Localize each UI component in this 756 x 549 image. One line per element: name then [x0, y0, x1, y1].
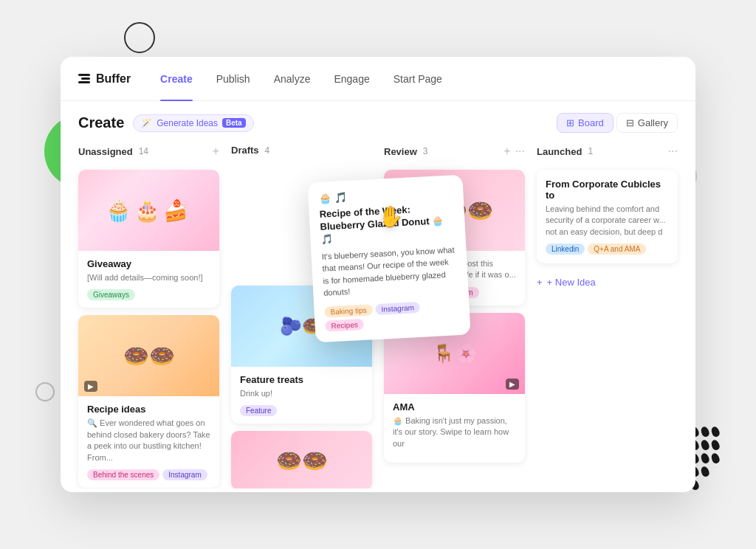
new-idea-button[interactable]: + + New Idea	[537, 271, 678, 294]
column-title-unassigned: Unassigned	[78, 146, 133, 157]
column-actions-review: + ···	[504, 145, 525, 158]
logo: Buffer	[78, 72, 131, 86]
tag-giveaways[interactable]: Giveaways	[87, 289, 135, 300]
card-corporate-cubicles[interactable]: From Corporate Cubicles to Leaving behin…	[537, 170, 678, 263]
column-count-drafts: 4	[265, 145, 270, 156]
video-icon-ama: ▶	[506, 379, 519, 390]
card-body-giveaway: Giveaway [Will add details—coming soon!]…	[78, 251, 219, 308]
popup-desc: It's blueberry season, you know what tha…	[321, 244, 458, 299]
card-desc-ama: 🧁 Baking isn't just my passion, it's our…	[393, 415, 516, 449]
nav-item-engage[interactable]: Engage	[334, 70, 369, 88]
card-image-recipe: 🍩🍩	[78, 315, 219, 396]
card-donut-extra[interactable]: 🍩🍩	[231, 431, 372, 488]
nav-item-publish[interactable]: Publish	[216, 70, 250, 88]
column-title-launched: Launched	[537, 146, 582, 157]
page-header: Create 🪄 Generate Ideas Beta ⊞ Board ⊟ G…	[61, 101, 695, 142]
card-desc-giveaway: [Will add details—coming soon!]	[87, 272, 210, 283]
logo-text: Buffer	[96, 72, 131, 86]
wand-icon: 🪄	[141, 118, 152, 128]
card-body-recipe: Recipe ideas 🔍 Ever wondered what goes o…	[78, 396, 219, 488]
popup-tag-instagram[interactable]: Instagram	[375, 302, 420, 315]
card-desc-recipe: 🔍 Ever wondered what goes on behind clos…	[87, 418, 210, 463]
gallery-view-button[interactable]: ⊟ Gallery	[616, 113, 678, 133]
more-launched-icon[interactable]: ···	[668, 145, 678, 158]
card-giveaway[interactable]: 🧁🎂🍰 Giveaway [Will add details—coming so…	[78, 170, 219, 308]
tag-feature[interactable]: Feature	[240, 405, 277, 416]
nav-item-create[interactable]: Create	[160, 70, 193, 88]
card-tags-corporate: Linkedin Q+A and AMA	[546, 244, 669, 255]
card-body-feature: Feature treats Drink up! Feature	[231, 367, 372, 424]
column-actions-unassigned: +	[213, 145, 219, 158]
board-label: Board	[578, 117, 604, 128]
nav-item-analyze[interactable]: Analyze	[274, 70, 311, 88]
logo-icon	[78, 74, 90, 83]
video-icon-recipe: ▶	[84, 381, 97, 392]
view-toggle: ⊞ Board ⊟ Gallery	[557, 113, 678, 133]
board-icon: ⊞	[566, 117, 574, 128]
add-unassigned-icon[interactable]: +	[213, 145, 219, 158]
board-view-button[interactable]: ⊞ Board	[557, 113, 614, 133]
column-launched: Launched 1 ··· From Corporate Cubicles t…	[531, 142, 684, 488]
column-header-review: Review 3 + ···	[384, 142, 525, 161]
nav-item-start-page[interactable]: Start Page	[394, 70, 442, 88]
card-tags-feature: Feature	[240, 405, 363, 416]
page-title: Create	[78, 114, 124, 131]
card-title-ama: AMA	[393, 401, 516, 412]
scene: Buffer Create Publish Analyze Engage Sta…	[0, 0, 756, 549]
column-title-area-drafts: Drafts 4	[231, 145, 269, 156]
column-title-drafts: Drafts	[231, 145, 259, 156]
card-body-ama: AMA 🧁 Baking isn't just my passion, it's…	[384, 394, 525, 463]
main-card: Buffer Create Publish Analyze Engage Sta…	[61, 57, 695, 492]
add-review-icon[interactable]: +	[504, 145, 510, 158]
column-title-area-launched: Launched 1	[537, 146, 593, 157]
popup-emoji: 🧁 🎵	[318, 185, 453, 204]
generate-label: Generate Ideas	[157, 118, 218, 128]
column-unassigned: Unassigned 14 + 🧁🎂🍰 Giveaway [Will add d…	[72, 142, 225, 488]
card-desc-corporate: Leaving behind the comfort and security …	[546, 204, 669, 238]
column-header-unassigned: Unassigned 14 +	[78, 142, 219, 161]
column-count-unassigned: 14	[139, 146, 148, 156]
generate-ideas-button[interactable]: 🪄 Generate Ideas Beta	[133, 114, 253, 132]
popup-tags: Baking tips Instagram Recipes	[324, 300, 460, 331]
tag-qa-ama[interactable]: Q+A and AMA	[588, 244, 646, 255]
popup-tag-baking[interactable]: Baking tips	[324, 304, 373, 317]
popup-tag-recipes[interactable]: Recipes	[325, 319, 364, 332]
card-image-giveaway: 🧁🎂🍰	[78, 170, 219, 251]
card-tags-giveaway: Giveaways	[87, 289, 210, 300]
tag-behind-scenes[interactable]: Behind the scenes	[87, 469, 159, 480]
column-header-drafts: Drafts 4	[231, 142, 372, 159]
column-count-review: 3	[423, 146, 428, 156]
navigation: Buffer Create Publish Analyze Engage Sta…	[61, 57, 695, 101]
grab-cursor-icon: ✋	[378, 204, 404, 229]
card-recipe-ideas[interactable]: 🍩🍩 ▶ Recipe ideas 🔍 Ever wondered what g…	[78, 315, 219, 488]
popup-card[interactable]: 🧁 🎵 Recipe of the Week: Blueberry Glazed…	[307, 175, 470, 342]
gallery-label: Gallery	[638, 117, 668, 128]
card-title-corporate: From Corporate Cubicles to	[546, 179, 669, 201]
column-header-launched: Launched 1 ···	[537, 142, 678, 161]
card-title-recipe: Recipe ideas	[87, 404, 210, 415]
card-img-wrap-recipe: 🍩🍩 ▶	[78, 315, 219, 396]
plus-icon: +	[537, 277, 543, 288]
card-image-donut-extra: 🍩🍩	[231, 431, 372, 488]
card-desc-feature: Drink up!	[240, 388, 363, 399]
tag-instagram-recipe[interactable]: Instagram	[162, 469, 207, 480]
tag-linkedin[interactable]: Linkedin	[546, 244, 585, 255]
column-title-area-review: Review 3	[384, 146, 428, 157]
deco-circle-top	[124, 22, 155, 53]
card-tags-recipe: Behind the scenes Instagram	[87, 469, 210, 480]
column-actions-launched: ···	[668, 145, 678, 158]
gallery-icon: ⊟	[626, 117, 634, 128]
deco-circle-left	[35, 382, 55, 401]
new-idea-label: + New Idea	[547, 277, 596, 288]
column-title-review: Review	[384, 146, 417, 157]
page-title-area: Create 🪄 Generate Ideas Beta	[78, 114, 254, 132]
column-count-launched: 1	[588, 146, 593, 156]
card-img-wrap-giveaway: 🧁🎂🍰	[78, 170, 219, 251]
more-review-icon[interactable]: ···	[515, 145, 525, 158]
beta-badge: Beta	[222, 118, 246, 128]
card-title-feature: Feature treats	[240, 374, 363, 385]
column-title-area: Unassigned 14	[78, 146, 148, 157]
card-title-giveaway: Giveaway	[87, 258, 210, 269]
